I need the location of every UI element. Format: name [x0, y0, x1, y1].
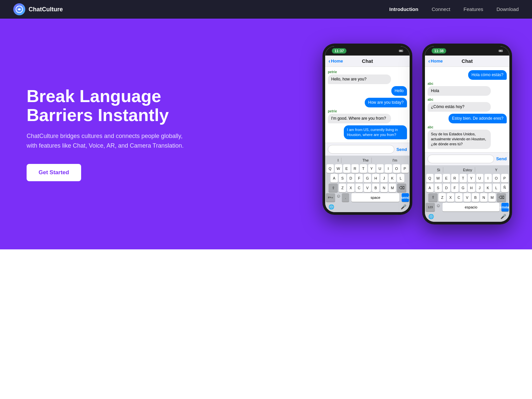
kb-key[interactable]: R	[351, 164, 359, 173]
nav-introduction[interactable]: Introduction	[389, 6, 418, 12]
msg-r-bubble-3: ¿Cómo estás hoy?	[428, 102, 491, 112]
space-key-r[interactable]: espacio	[443, 203, 499, 211]
kb-key[interactable]: C	[455, 193, 463, 202]
phone-right-input[interactable]	[428, 155, 494, 163]
msg-r-incoming-3: abc Soy de los Estados Unidos, actualmen…	[428, 125, 507, 149]
kb-key[interactable]: D	[347, 174, 354, 183]
kb-key[interactable]: E	[343, 164, 350, 173]
phone-right-back[interactable]: ‹ Home	[428, 58, 443, 64]
kb-key[interactable]: T	[460, 174, 467, 183]
kb-key[interactable]: U	[376, 164, 384, 173]
kb-key[interactable]: G	[460, 184, 467, 192]
mic-icon[interactable]: 🎤	[401, 204, 406, 209]
kb-key[interactable]: W	[335, 164, 342, 173]
kb-key[interactable]: J	[476, 184, 483, 192]
kb-key[interactable]: V	[464, 193, 471, 202]
msg-bubble-4: I'm good. Where are you from?	[328, 114, 391, 123]
suggest-r-1[interactable]: Si	[434, 167, 443, 173]
kb-row-1: Q W E R T Y U I O P	[326, 164, 409, 173]
kb-key[interactable]: M	[389, 184, 396, 192]
phone-left-input-bar: Send	[325, 143, 410, 156]
globe-icon-r[interactable]: 🌐	[428, 214, 434, 219]
kb-key[interactable]: B	[372, 184, 379, 192]
kb-key[interactable]: Q	[426, 174, 434, 183]
kb-key[interactable]: G	[364, 174, 371, 183]
msg-r-bubble-2: Hola	[428, 86, 491, 96]
kb-key[interactable]: D	[443, 184, 450, 192]
kb-comma[interactable]: .	[342, 193, 349, 202]
delete-key-r[interactable]: ⌫	[497, 193, 506, 202]
hero-subtitle: ChatCulture bridges cultures and connect…	[27, 131, 186, 151]
kb-key[interactable]: P	[401, 164, 409, 173]
kb-key[interactable]: F	[451, 184, 459, 192]
send-key[interactable]: send	[402, 193, 409, 202]
kb-key[interactable]: Ñ	[501, 184, 508, 192]
kb-key[interactable]: F	[355, 174, 363, 183]
nav-download[interactable]: Download	[496, 6, 519, 12]
emoji-icon-r[interactable]: ☺	[436, 203, 441, 211]
kb-key[interactable]: J	[380, 174, 388, 183]
msg-r-incoming-1: abc Hola	[428, 82, 507, 96]
emoji-icon[interactable]: ☺	[336, 193, 341, 202]
kb-key[interactable]: Y	[468, 174, 475, 183]
phones-container: 11:37 ‹ Home Chat petrie	[323, 30, 512, 237]
kb-key[interactable]: M	[488, 193, 496, 202]
kb-123[interactable]: #+=	[326, 193, 335, 202]
phone-left-send-button[interactable]: Send	[396, 147, 407, 152]
kb-key[interactable]: I	[385, 164, 392, 173]
kb-key[interactable]: P	[501, 174, 508, 183]
kb-key[interactable]: N	[380, 184, 388, 192]
kb-key[interactable]: H	[468, 184, 475, 192]
kb-key[interactable]: A	[331, 174, 338, 183]
kb-key[interactable]: O	[393, 164, 400, 173]
phone-left-messages: petrie Hello, how are you? Hello How are…	[325, 67, 410, 143]
kb-key[interactable]: A	[426, 184, 434, 192]
kb-key[interactable]: W	[435, 174, 442, 183]
kb-key[interactable]: L	[493, 184, 500, 192]
kb-key[interactable]: S	[339, 174, 346, 183]
kb-key[interactable]: I	[484, 174, 492, 183]
suggest-1[interactable]: I	[335, 158, 341, 163]
kb-key[interactable]: X	[347, 184, 354, 192]
msg-r-bubble-1: Hola cómo estás?	[468, 70, 507, 80]
nav-connect[interactable]: Connect	[432, 6, 450, 12]
kb-key[interactable]: Y	[368, 164, 375, 173]
shift-key-r[interactable]: ⇧	[428, 193, 438, 202]
kb-key[interactable]: C	[355, 184, 363, 192]
kb-123-r[interactable]: 123	[426, 203, 435, 211]
kb-key[interactable]: N	[480, 193, 487, 202]
phone-left-keyboard: I The I'm Q W E R T Y U I O P	[325, 156, 410, 212]
kb-key[interactable]: O	[493, 174, 500, 183]
shift-key[interactable]: ⇧	[329, 184, 338, 192]
phone-left-back[interactable]: ‹ Home	[329, 58, 343, 64]
kb-key[interactable]: X	[447, 193, 454, 202]
kb-key[interactable]: B	[472, 193, 479, 202]
kb-key[interactable]: K	[484, 184, 492, 192]
kb-key[interactable]: H	[372, 174, 379, 183]
kb-key[interactable]: Z	[439, 193, 446, 202]
kb-key[interactable]: U	[476, 174, 483, 183]
suggest-r-3[interactable]: Y	[492, 167, 500, 173]
msg-bubble-1: Hello, how are you?	[328, 74, 391, 84]
kb-key[interactable]: T	[360, 164, 367, 173]
kb-key[interactable]: V	[364, 184, 371, 192]
phone-right-send-button[interactable]: Send	[496, 156, 507, 161]
globe-icon[interactable]: 🌐	[329, 204, 334, 209]
kb-key[interactable]: K	[389, 174, 396, 183]
kb-key[interactable]: Q	[327, 164, 334, 173]
phone-left-input[interactable]	[328, 145, 394, 154]
suggest-2[interactable]: The	[360, 158, 372, 163]
kb-key[interactable]: L	[397, 174, 404, 183]
kb-key[interactable]: Z	[339, 184, 346, 192]
kb-key[interactable]: S	[435, 184, 442, 192]
nav-features[interactable]: Features	[464, 6, 483, 12]
kb-key[interactable]: R	[451, 174, 459, 183]
mic-icon-r[interactable]: 🎤	[500, 214, 506, 219]
delete-key[interactable]: ⌫	[397, 184, 406, 192]
suggest-r-2[interactable]: Estoy	[460, 167, 475, 173]
kb-key[interactable]: E	[443, 174, 450, 183]
suggest-3[interactable]: I'm	[390, 158, 400, 163]
get-started-button[interactable]: Get Started	[27, 164, 81, 181]
space-key[interactable]: space	[351, 193, 399, 202]
enviar-key[interactable]: enviar	[501, 203, 509, 211]
